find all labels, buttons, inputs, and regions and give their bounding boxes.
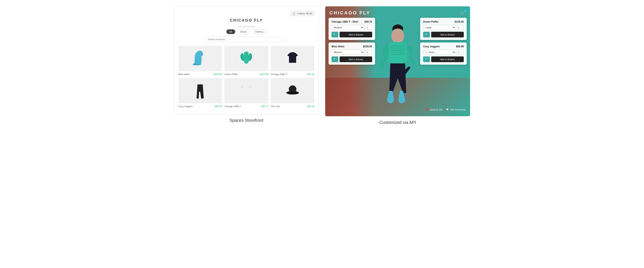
comment-icon: 💬 — [446, 108, 449, 111]
api-card-chicago-1980-t-add-button[interactable]: Add to Basket — [340, 32, 372, 37]
product-price-chicago-1980-t: $39.75 — [261, 105, 268, 108]
product-image-chicago-night-t — [271, 46, 314, 71]
api-card-blue-heels-size-select[interactable]: Small Medium Large — [332, 50, 364, 55]
api-card-blue-heels-qty[interactable] — [365, 50, 372, 54]
api-card-blue-heels-add-button[interactable]: Add to Basket — [340, 56, 372, 62]
storefront-header: 🛒 0 Items $0.00 — [178, 11, 314, 16]
api-card-green-puffer-zoom-button[interactable]: 🔍 — [423, 32, 430, 37]
product-name-cozy-joggers: Cozy Joggers — [178, 105, 192, 108]
api-card-chicago-1980-t-qty[interactable] — [365, 25, 372, 30]
api-card-green-puffer-controls: Small Medium Large — [423, 25, 464, 30]
product-name-chic-hat: Chic Hat — [271, 105, 280, 108]
api-card-cozy-joggers-header: Cozy Joggers $89.99 — [423, 45, 464, 48]
right-panel: CHICAGO FLY 🛒 2 Chicago 1980 T - Shirt $… — [325, 6, 470, 125]
api-content: Chicago 1980 T - Shirt $39.75 Small Medi… — [325, 18, 470, 106]
api-card-green-puffer-add-button[interactable]: Add to Basket — [431, 32, 464, 37]
api-card-green-puffer-header: Green Puffer $125.00 — [423, 20, 464, 23]
filter-clothing-button[interactable]: Clothing — [252, 29, 266, 34]
left-caption: Spaces Storefront — [229, 118, 263, 123]
right-caption: Customized via API — [379, 120, 416, 125]
api-card-chicago-1980-t-controls: Small Medium Large — [332, 25, 372, 30]
cozy-joggers-svg — [193, 81, 208, 100]
product-name-green-puffer: Green Puffer — [224, 73, 238, 75]
api-card-chicago-1980-t-name: Chicago 1980 T - Shirt — [332, 20, 358, 23]
api-card-chicago-1980-t-header: Chicago 1980 T - Shirt $39.75 — [332, 20, 372, 23]
product-card-chicago-night-t: Chicago Night T $45.00 — [271, 46, 314, 75]
api-card-cozy-joggers-name: Cozy Joggers — [423, 45, 440, 48]
filter-shoes-button[interactable]: Shoes — [237, 29, 250, 34]
search-input[interactable] — [206, 36, 287, 42]
chicago-night-t-svg — [285, 49, 300, 68]
api-card-blue-heels-name: Blue Heels — [332, 45, 344, 48]
product-price-green-puffer: $125.00 — [260, 73, 268, 75]
product-cards-right: Green Puffer $125.00 Small Medium Large — [420, 18, 467, 103]
cart-items-count: 0 Items — [297, 12, 305, 15]
api-card-green-puffer-actions: 🔍 Add to Basket — [423, 32, 464, 37]
api-card-chicago-1980-t-price: $39.75 — [364, 20, 372, 23]
api-card-cozy-joggers-controls: z - Short z - Medium z - Tall — [423, 50, 464, 55]
api-card-green-puffer-qty[interactable] — [457, 25, 464, 30]
api-frame: CHICAGO FLY 🛒 2 Chicago 1980 T - Shirt $… — [325, 6, 470, 116]
api-card-blue-heels-header: Blue Heels $239.00 — [332, 45, 372, 48]
api-comments-stat: 💬 324 Comments — [446, 108, 466, 111]
product-card-chic-hat: Chic Hat $50.00 — [271, 78, 314, 108]
product-price-chic-hat: $50.00 — [307, 105, 314, 108]
product-card-chicago-1980-t: Chicago 1980 T $39.75 — [224, 78, 268, 108]
api-card-chicago-1980-t-size-select[interactable]: Small Medium Large — [332, 25, 364, 30]
api-card-blue-heels-actions: 🔍 Add to Basket — [332, 56, 372, 62]
api-card-chicago-1980-t: Chicago 1980 T - Shirt $39.75 Small Medi… — [328, 18, 375, 40]
api-card-green-puffer: Green Puffer $125.00 Small Medium Large — [420, 18, 467, 40]
categories-label: CATEGORIES — [178, 25, 314, 28]
api-card-chicago-1980-t-zoom-button[interactable]: 🔍 — [332, 32, 338, 37]
main-container: 🛒 0 Items $0.00 CHICAGO FLY CATEGORIES A… — [174, 6, 470, 125]
product-info-green-puffer: Green Puffer $125.00 — [224, 73, 268, 75]
svg-rect-8 — [198, 84, 203, 85]
product-info-blue-heels: Blue Heels $239.00 — [178, 73, 222, 75]
api-card-cozy-joggers-size-select[interactable]: z - Short z - Medium z - Tall — [423, 50, 456, 55]
product-image-cozy-joggers — [178, 78, 222, 103]
svg-rect-3 — [244, 55, 248, 55]
api-card-cozy-joggers-qty[interactable] — [457, 50, 464, 54]
cart-icon: 🛒 — [292, 12, 296, 15]
api-card-chicago-1980-t-actions: 🔍 Add to Basket — [332, 32, 372, 37]
api-comments-text: 324 Comments — [450, 108, 466, 111]
svg-rect-2 — [244, 53, 248, 54]
api-card-green-puffer-size-select[interactable]: Small Medium Large — [423, 25, 456, 30]
storefront-title: CHICAGO FLY — [178, 18, 314, 23]
product-name-chicago-1980-t: Chicago 1980 T — [224, 105, 241, 108]
chic-hat-svg — [285, 81, 300, 100]
api-card-blue-heels-controls: Small Medium Large — [332, 50, 372, 55]
filter-all-button[interactable]: All — [226, 29, 235, 34]
product-price-cozy-joggers: $89.99 — [215, 105, 222, 108]
svg-rect-6 — [244, 59, 248, 60]
product-price-blue-heels: $239.00 — [214, 73, 222, 75]
api-card-cozy-joggers-actions: 🔍 Add to Basket — [423, 56, 464, 62]
svg-point-11 — [286, 92, 299, 94]
product-image-chicago-1980-t — [224, 78, 268, 103]
cart-widget[interactable]: 🛒 0 Items $0.00 — [290, 11, 314, 16]
blue-heels-svg — [193, 49, 208, 68]
green-puffer-svg — [239, 49, 254, 68]
api-card-blue-heels-zoom-button[interactable]: 🔍 — [332, 56, 338, 62]
api-card-cozy-joggers-add-button[interactable]: Add to Basket — [431, 56, 464, 62]
api-brand-title: CHICAGO FLY — [330, 10, 370, 16]
product-image-green-puffer — [224, 46, 268, 71]
api-likes-text: Liked by 32k — [430, 108, 443, 111]
api-card-blue-heels-price: $239.00 — [363, 45, 372, 48]
api-card-blue-heels: Blue Heels $239.00 Small Medium Large — [328, 42, 375, 65]
svg-rect-5 — [244, 58, 248, 58]
chicago-1980-t-svg — [239, 81, 254, 100]
heart-icon: ❤️ — [426, 108, 429, 111]
product-cards-left: Chicago 1980 T - Shirt $39.75 Small Medi… — [328, 18, 375, 103]
product-card-blue-heels: Blue Heels $239.00 — [178, 46, 222, 75]
api-header: CHICAGO FLY 🛒 2 — [325, 6, 470, 18]
product-card-green-puffer: Green Puffer $125.00 — [224, 46, 268, 75]
products-grid: Blue Heels $239.00 — [178, 46, 314, 108]
api-card-cozy-joggers-zoom-button[interactable]: 🔍 — [423, 56, 430, 62]
api-cart-button[interactable]: 🛒 2 — [460, 10, 466, 16]
api-likes-stat: ❤️ Liked by 32k — [426, 108, 443, 111]
product-card-cozy-joggers: Cozy Joggers $89.99 — [178, 78, 222, 108]
api-footer: ❤️ Liked by 32k 💬 324 Comments — [325, 106, 470, 113]
product-image-chic-hat — [271, 78, 314, 103]
svg-rect-4 — [244, 56, 248, 57]
